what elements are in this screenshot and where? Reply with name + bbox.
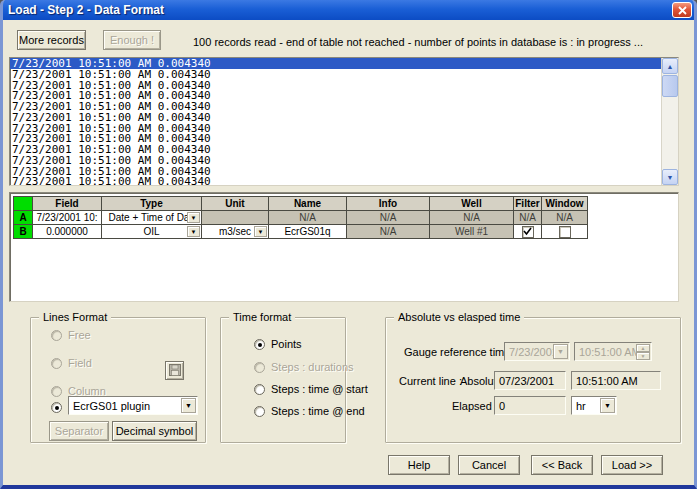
type-a-value: Date + Time of Day — [109, 212, 195, 223]
window-b-cell[interactable] — [542, 225, 588, 239]
plugin-combobox[interactable]: EcrGS01 plugin ▼ — [68, 396, 198, 415]
chevron-down-icon: ▼ — [553, 344, 568, 359]
back-button[interactable]: << Back — [531, 455, 593, 475]
corner-cell — [14, 197, 33, 211]
steps-time-start-label: Steps : time @ start — [271, 383, 368, 395]
record-row[interactable]: 7/23/2001 10:51:00 AM 0.004340 — [12, 69, 661, 80]
field-a-value[interactable]: 7/23/2001 10: — [33, 211, 102, 225]
info-a-cell: N/A — [347, 211, 430, 225]
field-radio — [51, 358, 62, 369]
current-date-field[interactable]: 07/23/2001 — [494, 371, 566, 390]
steps-time-end-radio[interactable] — [254, 406, 265, 417]
col-header-field: Field — [33, 197, 102, 211]
elapsed-value-field[interactable]: 0 — [494, 396, 566, 415]
check-icon — [523, 227, 532, 236]
gauge-time-value: 10:51:00 AM — [579, 346, 641, 358]
current-time-field[interactable]: 10:51:00 AM — [571, 371, 661, 390]
load-button[interactable]: Load >> — [601, 455, 663, 475]
column-mapping-table: Field Type Unit Name Info Well Filter Wi… — [13, 196, 588, 239]
spinner-arrows-icon: ▲▼ — [636, 344, 650, 359]
free-radio — [51, 330, 62, 341]
help-button[interactable]: Help — [388, 455, 450, 475]
unit-a-cell — [202, 211, 269, 225]
steps-time-start-radio[interactable] — [254, 384, 265, 395]
separator-button: Separator — [49, 421, 109, 441]
time-format-title: Time format — [229, 311, 295, 323]
absolute-elapsed-title: Absolute vs elasped time — [394, 311, 524, 323]
cancel-button[interactable]: Cancel — [458, 455, 520, 475]
steps-time-end-label: Steps : time @ end — [271, 405, 365, 417]
col-header-window: Window — [542, 197, 588, 211]
filter-b-cell[interactable] — [514, 225, 542, 239]
lines-format-title: Lines Format — [39, 311, 111, 323]
plugin-radio[interactable] — [51, 402, 62, 413]
points-radio[interactable] — [254, 339, 265, 350]
window-title: Load - Step 2 - Data Format — [8, 3, 672, 17]
points-radio-label: Points — [271, 338, 302, 350]
field-radio-label: Field — [68, 357, 92, 369]
scrollbar-thumb[interactable] — [662, 75, 678, 97]
col-header-info: Info — [347, 197, 430, 211]
col-header-unit: Unit — [202, 197, 269, 211]
info-b-cell: N/A — [347, 225, 430, 239]
time-format-group: Time format Points Steps : durations Ste… — [220, 317, 346, 443]
gauge-reference-label: Gauge reference time — [404, 346, 510, 358]
record-row[interactable]: 7/23/2001 10:51:00 AM 0.004340 — [12, 176, 661, 185]
gauge-time-spinner: 10:51:00 AM ▲▼ — [574, 342, 652, 361]
chevron-down-icon[interactable]: ▼ — [187, 212, 200, 223]
lines-format-group: Lines Format Free Field Column EcrGS01 p… — [30, 317, 206, 443]
row-label-b: B — [14, 225, 33, 239]
decimal-symbol-button[interactable]: Decimal symbol — [112, 421, 197, 441]
vertical-scrollbar[interactable]: ▲ ▼ — [661, 58, 678, 185]
record-row[interactable]: 7/23/2001 10:51:00 AM 0.004340 — [12, 155, 661, 166]
more-records-button[interactable]: More records — [17, 30, 86, 50]
table-row: B 0.000000 OIL ▼ m3/sec ▼ EcrGS01q N/A W… — [14, 225, 588, 239]
elapsed-unit-value: hr — [576, 400, 586, 412]
window-checkbox[interactable] — [559, 226, 571, 238]
gauge-date-combobox: 7/23/2001 ▼ — [504, 342, 570, 361]
chevron-down-icon[interactable]: ▼ — [254, 226, 267, 237]
unit-b-value: m3/sec — [219, 226, 251, 237]
status-text: 100 records read - end of table not reac… — [193, 36, 643, 48]
dialog-window: Load - Step 2 - Data Format More records… — [0, 0, 697, 489]
column-mapping-panel: Field Type Unit Name Info Well Filter Wi… — [9, 192, 679, 302]
floppy-disk-icon — [169, 364, 181, 378]
steps-durations-radio — [254, 362, 265, 373]
type-b-value: OIL — [143, 226, 159, 237]
type-b-dropdown[interactable]: OIL ▼ — [102, 225, 202, 239]
save-format-button[interactable] — [165, 361, 184, 380]
unit-b-dropdown[interactable]: m3/sec ▼ — [202, 225, 269, 239]
record-list[interactable]: 7/23/2001 10:51:00 AM 0.0043407/23/2001 … — [9, 57, 679, 186]
scrollbar-track[interactable] — [662, 97, 678, 169]
row-label-a: A — [14, 211, 33, 225]
col-header-type: Type — [102, 197, 202, 211]
elapsed-unit-combobox[interactable]: hr ▼ — [571, 396, 617, 415]
record-row[interactable]: 7/23/2001 10:51:00 AM 0.004340 — [12, 112, 661, 123]
chevron-down-icon[interactable]: ▼ — [181, 398, 196, 413]
gauge-date-value: 7/23/2001 — [509, 346, 558, 358]
titlebar[interactable]: Load - Step 2 - Data Format — [0, 0, 697, 20]
enough-button: Enough ! — [103, 30, 161, 50]
name-b-input[interactable]: EcrGS01q — [269, 225, 347, 239]
filter-checkbox[interactable] — [522, 226, 534, 238]
current-line-label: Current line : — [399, 375, 462, 387]
col-header-filter: Filter — [514, 197, 542, 211]
close-icon — [678, 1, 687, 19]
scroll-down-icon[interactable]: ▼ — [662, 169, 678, 185]
col-header-well: Well — [430, 197, 514, 211]
chevron-down-icon[interactable]: ▼ — [600, 398, 615, 413]
table-row: A 7/23/2001 10: Date + Time of Day ▼ N/A… — [14, 211, 588, 225]
column-radio — [51, 386, 62, 397]
filter-a-cell: N/A — [514, 211, 542, 225]
plugin-combobox-value: EcrGS01 plugin — [73, 400, 150, 412]
elapsed-label: Elapsed — [452, 400, 492, 412]
absolute-elapsed-group: Absolute vs elasped time Gauge reference… — [385, 317, 681, 443]
chevron-down-icon[interactable]: ▼ — [187, 226, 200, 237]
record-list-rows[interactable]: 7/23/2001 10:51:00 AM 0.0043407/23/2001 … — [10, 58, 661, 185]
type-a-dropdown[interactable]: Date + Time of Day ▼ — [102, 211, 202, 225]
field-b-value[interactable]: 0.000000 — [33, 225, 102, 239]
steps-durations-label: Steps : durations — [271, 361, 354, 373]
scroll-up-icon[interactable]: ▲ — [662, 58, 678, 74]
well-b-cell: Well #1 — [430, 225, 514, 239]
close-button[interactable] — [672, 2, 692, 18]
